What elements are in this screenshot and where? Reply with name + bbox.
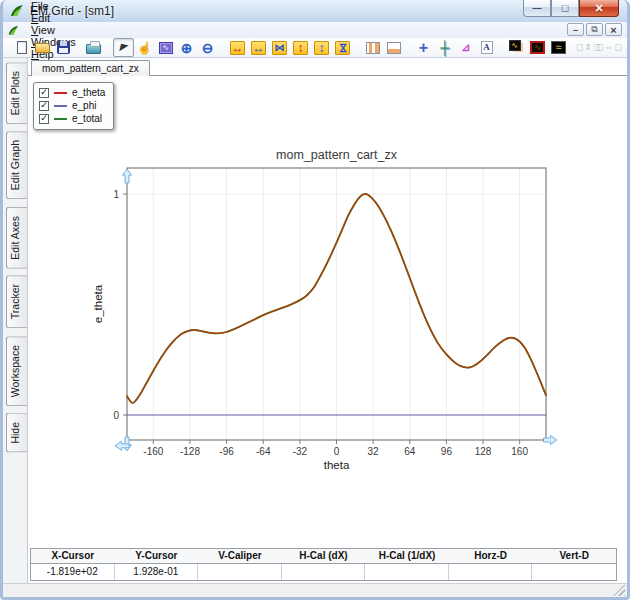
mdi-minimize-button[interactable]: [567, 23, 584, 36]
status-column-header: X-Cursor: [31, 549, 115, 564]
x-axis-label: theta: [324, 459, 350, 471]
expand-x-icon[interactable]: [227, 38, 248, 57]
svg-text:0: 0: [113, 410, 119, 421]
open-file-icon[interactable]: [32, 38, 53, 57]
angle-tool-icon[interactable]: [455, 38, 476, 57]
save-icon[interactable]: [53, 38, 74, 57]
menu-bar: FileEditViewWindowsHelp: [3, 22, 627, 38]
svg-text:1: 1: [113, 189, 119, 200]
split-vertical-icon[interactable]: [362, 38, 383, 57]
expand-y-icon[interactable]: [290, 38, 311, 57]
status-cell: [532, 564, 616, 580]
legend-label: e_phi: [72, 100, 96, 111]
legend-label: e_theta: [72, 87, 105, 98]
document-icon: [7, 24, 20, 37]
legend-line-sample: [54, 92, 67, 94]
sidebar-tab-workspace[interactable]: Workspace: [6, 336, 27, 406]
status-column-header: V-Caliper: [198, 549, 282, 564]
svg-text:0: 0: [334, 446, 340, 457]
app-window: EM.Grid - [sm1] FileEditViewWindowsHelp …: [0, 0, 630, 600]
sidebar-tab-hide[interactable]: Hide: [6, 413, 27, 453]
pan-hand-icon[interactable]: [134, 38, 155, 57]
svg-text:128: 128: [475, 446, 492, 457]
maximize-button[interactable]: [551, 0, 579, 17]
y-axis-label: e_theta: [92, 284, 104, 323]
chart-region: ✓e_theta✓e_phi✓e_total -160-128-96-64-32…: [28, 76, 627, 548]
select-arrow-icon[interactable]: [113, 38, 134, 57]
mdi-window-controls: [565, 23, 622, 36]
chart[interactable]: -160-128-96-64-32032649612816001mom_patt…: [28, 76, 629, 548]
svg-text:32: 32: [368, 446, 380, 457]
status-cell: [282, 564, 366, 580]
menu-item-view[interactable]: View: [24, 24, 83, 36]
svg-text:64: 64: [404, 446, 416, 457]
chart-title: mom_pattern_cart_zx: [276, 148, 398, 162]
plot-multi-icon[interactable]: [548, 38, 569, 57]
zoom-window-icon[interactable]: [155, 38, 176, 57]
status-table: X-CursorY-CursorV-CaliperH-Cal (dX)H-Cal…: [30, 548, 617, 581]
legend-line-sample: [54, 105, 67, 107]
split-horizontal-icon[interactable]: [383, 38, 404, 57]
status-column-header: H-Cal (dX): [282, 549, 366, 564]
print-icon[interactable]: [83, 38, 104, 57]
toolbar: Layout: [3, 38, 627, 58]
status-cell: [365, 564, 449, 580]
svg-text:-64: -64: [256, 446, 271, 457]
main-area: Edit PlotsEdit GraphEdit AxesTrackerWork…: [3, 58, 627, 583]
mdi-close-button[interactable]: [605, 23, 622, 36]
chart-legend: ✓e_theta✓e_phi✓e_total: [33, 82, 114, 130]
copy-plot-icon[interactable]: [506, 38, 527, 57]
align-horizontal-icon: [599, 38, 620, 57]
status-column-header: Vert-D: [532, 549, 616, 564]
svg-text:-128: -128: [180, 446, 200, 457]
zoom-in-icon[interactable]: [176, 38, 197, 57]
svg-text:-160: -160: [143, 446, 163, 457]
text-tool-icon[interactable]: [476, 38, 497, 57]
pan-up-arrow[interactable]: [123, 169, 132, 183]
zoom-out-icon[interactable]: [197, 38, 218, 57]
status-bar: [3, 583, 627, 597]
legend-label: e_total: [72, 113, 102, 124]
status-column-header: Horz-D: [449, 549, 533, 564]
sidebar-tab-edit-axes[interactable]: Edit Axes: [6, 207, 27, 269]
status-cell: [198, 564, 282, 580]
sidebar: Edit PlotsEdit GraphEdit AxesTrackerWork…: [3, 58, 28, 583]
document-tab-bar: mom_pattern_cart_zx: [28, 58, 627, 76]
svg-text:160: 160: [511, 446, 528, 457]
new-document-icon[interactable]: [11, 38, 32, 57]
status-cell: -1.819e+02: [31, 564, 115, 580]
plot-dark-icon[interactable]: [527, 38, 548, 57]
svg-text:-96: -96: [219, 446, 234, 457]
legend-checkbox-e_phi[interactable]: ✓: [39, 101, 49, 111]
status-cell: [449, 564, 533, 580]
minimize-button[interactable]: [523, 0, 551, 17]
svg-text:-32: -32: [293, 446, 308, 457]
content-area: mom_pattern_cart_zx ✓e_theta✓e_phi✓e_tot…: [28, 58, 627, 583]
axes-tool-icon[interactable]: [434, 38, 455, 57]
window-controls: [523, 0, 619, 17]
legend-item: ✓e_theta: [39, 86, 105, 99]
resize-grip[interactable]: [613, 584, 625, 596]
status-column-header: H-Cal (1/dX): [365, 549, 449, 564]
menu-item-edit[interactable]: Edit: [24, 12, 83, 24]
fit-y-icon[interactable]: [332, 38, 353, 57]
menu-item-file[interactable]: File: [24, 0, 83, 12]
app-icon: [9, 3, 25, 19]
fit-x-icon[interactable]: [269, 38, 290, 57]
center-x-icon[interactable]: [248, 38, 269, 57]
sidebar-tab-tracker[interactable]: Tracker: [6, 275, 27, 328]
status-cell: 1.928e-01: [115, 564, 199, 580]
sidebar-tab-edit-graph[interactable]: Edit Graph: [6, 131, 27, 199]
title-bar[interactable]: EM.Grid - [sm1]: [3, 0, 627, 22]
center-y-icon[interactable]: [311, 38, 332, 57]
close-button[interactable]: [579, 0, 619, 17]
mdi-restore-button[interactable]: [586, 23, 603, 36]
legend-item: ✓e_phi: [39, 99, 105, 112]
legend-item: ✓e_total: [39, 112, 105, 125]
sidebar-tab-edit-plots[interactable]: Edit Plots: [6, 62, 27, 124]
document-tab[interactable]: mom_pattern_cart_zx: [31, 60, 150, 76]
crosshair-icon[interactable]: [413, 38, 434, 57]
legend-line-sample: [54, 118, 67, 120]
legend-checkbox-e_theta[interactable]: ✓: [39, 88, 49, 98]
legend-checkbox-e_total[interactable]: ✓: [39, 114, 49, 124]
